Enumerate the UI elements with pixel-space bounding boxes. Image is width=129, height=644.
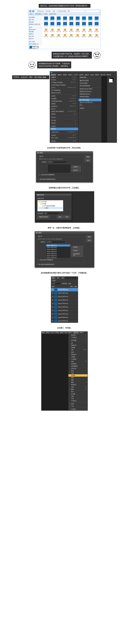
file-item[interactable]: 0011.bmp bbox=[56, 22, 62, 26]
visibility-icon[interactable]: 👁 bbox=[52, 299, 53, 301]
file-item[interactable]: 0001.bmp bbox=[49, 16, 55, 21]
visibility-icon[interactable]: 👁 bbox=[52, 317, 53, 318]
menu-item[interactable]: 图像处理器... bbox=[78, 76, 101, 79]
menu-item[interactable]: 打开(O)...Ctrl+O bbox=[50, 79, 78, 81]
layer-row[interactable]: 👁未命名 0005.bmp bbox=[51, 305, 78, 309]
file-item[interactable]: 0005.bmp bbox=[75, 16, 80, 21]
menu-item[interactable]: ✓工具预设 bbox=[68, 358, 87, 360]
file-item[interactable]: 0030.bmp bbox=[62, 33, 68, 37]
toolbar-organize[interactable]: 组织 ▾ bbox=[30, 13, 33, 15]
menu-item[interactable]: 图层复合导出到 WPG... bbox=[78, 88, 101, 90]
blend-mode-select[interactable]: 正常 bbox=[52, 282, 61, 285]
menu-item[interactable]: 存储为 Web 所用格式...Alt+Shift+Ctrl+S bbox=[50, 110, 78, 113]
menu-item[interactable]: 置入(L)... bbox=[50, 116, 78, 118]
back-button[interactable] bbox=[29, 10, 31, 12]
toolbar-newfolder[interactable]: 新建文件夹 bbox=[50, 13, 56, 15]
menu-item[interactable]: 统计... bbox=[78, 104, 101, 106]
file-item[interactable]: 0025.bmp bbox=[87, 27, 93, 32]
list-item[interactable]: 未命名 0006.bmp bbox=[46, 257, 70, 258]
layer-row[interactable]: 👁未命名 0003.bmp bbox=[51, 298, 78, 302]
file-item[interactable]: 0035.bmp bbox=[94, 33, 99, 37]
layer-row[interactable]: 👁未命名 0009.bmp bbox=[51, 319, 78, 323]
menu-item[interactable]: 画笔预设 bbox=[68, 363, 87, 365]
file-item[interactable]: 0003.bmp bbox=[62, 16, 68, 21]
menu-item[interactable]: 打印一份(Y)Alt+Shift+Ctrl+P bbox=[50, 137, 78, 139]
layer-row[interactable]: 👁未命名 0002.bmp bbox=[51, 295, 78, 298]
sidebar-item[interactable]: 视频 bbox=[29, 30, 41, 33]
file-item[interactable]: 0007.bmp bbox=[87, 16, 93, 21]
ok-button[interactable]: 确定 bbox=[57, 216, 63, 218]
file-item[interactable]: 0031.bmp bbox=[68, 33, 74, 37]
remove-button[interactable]: 移去(R) bbox=[71, 169, 81, 172]
new-folder-button[interactable]: 新建文件夹(M) bbox=[37, 216, 50, 218]
cancel-button[interactable]: 取消 bbox=[64, 216, 70, 218]
menu-item[interactable]: 签入(I)... bbox=[50, 108, 78, 110]
browse-button[interactable]: 浏览(B)... bbox=[71, 166, 81, 168]
cancel-button[interactable]: 取消 bbox=[85, 159, 91, 162]
file-item[interactable]: 0033.bmp bbox=[81, 33, 87, 37]
menu-item[interactable]: 属性 bbox=[68, 376, 87, 379]
use-select[interactable]: 文件夹 ▾ bbox=[46, 241, 66, 243]
file-item[interactable]: 0023.bmp bbox=[75, 27, 80, 32]
kind-filter[interactable]: P 类型 bbox=[52, 280, 56, 282]
file-item[interactable]: 0020.bmp bbox=[56, 27, 62, 32]
file-listbox[interactable] bbox=[48, 164, 71, 173]
menu-item[interactable]: ✓工具 bbox=[68, 405, 87, 408]
menu-type[interactable]: 文字(Y) bbox=[74, 74, 78, 76]
menu-item[interactable]: 测量记录 bbox=[68, 344, 87, 346]
menu-item[interactable]: 退出(X)Ctrl+Q bbox=[50, 140, 78, 142]
menu-item[interactable]: 字符 bbox=[68, 398, 87, 400]
menu-item[interactable]: 工作区(K)▸ bbox=[68, 336, 87, 338]
file-item[interactable]: 0012.bmp bbox=[62, 22, 68, 26]
menu-item[interactable]: 导入(M)▸ bbox=[50, 119, 78, 122]
menu-view[interactable]: 视图(V) bbox=[95, 74, 99, 76]
menu-item[interactable]: 打开为...Alt+Shift+Ctrl+O bbox=[50, 86, 78, 89]
sidebar-item[interactable]: 图片 bbox=[29, 33, 41, 35]
file-item[interactable]: 0028.bmp bbox=[49, 33, 55, 37]
menu-item[interactable]: 信息F8 bbox=[68, 386, 87, 388]
tab-channels[interactable]: 通道 bbox=[56, 276, 61, 279]
menu-window[interactable]: 窗口(W) bbox=[101, 74, 105, 76]
sort-button[interactable]: 按名称排序(S) bbox=[71, 252, 83, 257]
layer-row[interactable]: 👁未命名 0001.bmp bbox=[51, 291, 78, 295]
file-item[interactable]: 0006.bmp bbox=[81, 16, 87, 21]
list-item[interactable]: 未命名 0004.bmp bbox=[46, 253, 70, 255]
ps-menubar[interactable]: 文件(F) 编辑(E) 图像(I) 图层(L) 文字(Y) 选择(S) 滤镜(T… bbox=[50, 74, 117, 76]
menu-item[interactable]: 拼合所有蒙版 bbox=[78, 82, 101, 84]
sidebar-item[interactable]: 桌面 bbox=[29, 21, 41, 23]
file-item[interactable]: 0017.bmp bbox=[94, 22, 99, 26]
tab-layers[interactable]: 图层 bbox=[51, 276, 56, 279]
menu-item[interactable]: 段落样式 bbox=[68, 354, 87, 356]
menu-item[interactable]: 存储(S)Ctrl+S bbox=[50, 102, 78, 105]
menu-item[interactable]: ✓未标题-1 bbox=[68, 408, 87, 410]
file-item[interactable]: 0002.bmp bbox=[56, 16, 62, 21]
menu-item[interactable]: 最近打开文件(T)▸ bbox=[50, 92, 78, 94]
menu-item[interactable]: 直方图 bbox=[68, 393, 87, 395]
file-item[interactable]: 0004.bmp bbox=[68, 16, 74, 21]
visibility-icon[interactable]: 👁 bbox=[52, 289, 53, 290]
ok-button[interactable]: 确定 bbox=[86, 236, 92, 238]
sidebar-item[interactable]: 本地磁盘 (C:) bbox=[29, 43, 41, 45]
file-item[interactable]: 0024.bmp bbox=[81, 27, 87, 32]
menu-item[interactable]: 载入多个 DICOM 文件... bbox=[78, 101, 101, 104]
file-item[interactable]: 0018.bmp bbox=[43, 27, 49, 32]
file-item[interactable]: 0013.bmp bbox=[68, 22, 74, 26]
file-item[interactable]: 0029.bmp bbox=[56, 33, 62, 37]
sidebar-item[interactable]: 音乐 bbox=[29, 38, 41, 40]
use-select[interactable]: 文件夹 ▾ bbox=[48, 161, 67, 163]
menu-item[interactable]: 关闭全部Alt+Ctrl+W bbox=[50, 97, 78, 100]
file-listbox[interactable]: 未命名 0000.bmp未命名 0001.bmp未命名 0002.bmp未命名 … bbox=[46, 244, 70, 258]
menu-item[interactable]: 画笔F5 bbox=[68, 360, 87, 363]
file-item[interactable]: 0009.bmp bbox=[43, 22, 49, 26]
fill-value[interactable]: 100% bbox=[74, 286, 77, 287]
ps-menubar[interactable]: 图像(I) 图层(L) 文字(Y) 选择(S) 滤镜(T) 3D(D) 视图(V… bbox=[41, 332, 88, 334]
file-item[interactable]: 0022.bmp bbox=[68, 27, 74, 32]
visibility-icon[interactable]: 👁 bbox=[52, 296, 53, 298]
menu-item[interactable]: 存储为(A)...Shift+Ctrl+S bbox=[50, 105, 78, 108]
menu-item[interactable]: 图层复合导出到文件... bbox=[78, 90, 101, 93]
menu-edit[interactable]: 编辑(E) bbox=[58, 74, 62, 76]
list-item[interactable]: 未命名 0005.bmp bbox=[46, 255, 70, 257]
align-checkbox[interactable] bbox=[38, 259, 39, 260]
layer-row[interactable]: 👁未命名 0007.bmp bbox=[51, 312, 78, 316]
visibility-icon[interactable]: 👁 bbox=[52, 292, 53, 294]
